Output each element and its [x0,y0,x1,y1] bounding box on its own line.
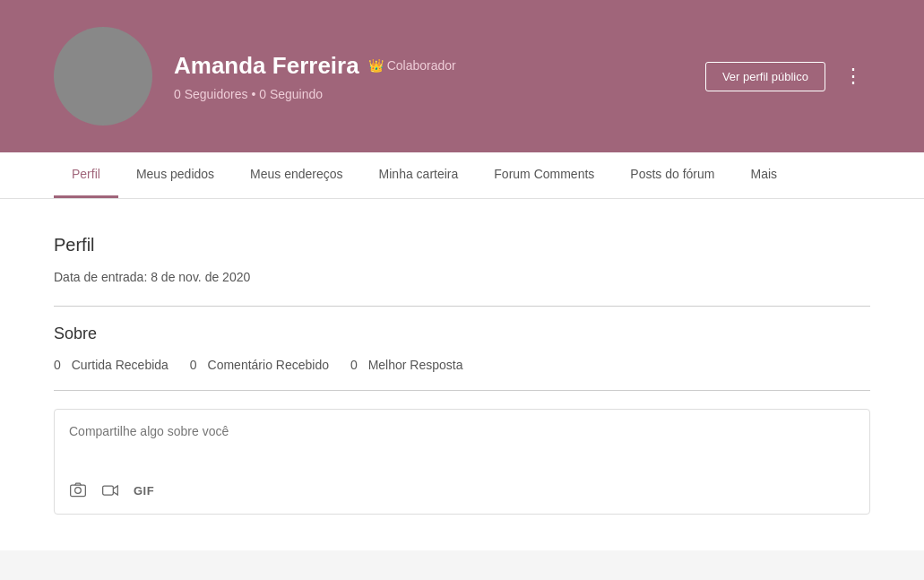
nav-item-enderecos[interactable]: Meus endereços [232,152,361,198]
profile-left: Amanda Ferreira 👑 Colaborador 0 Seguidor… [54,27,456,126]
followers-count: 0 Seguidores [174,87,248,101]
entry-date: Data de entrada: 8 de nov. de 2020 [54,270,870,284]
svg-rect-2 [103,486,114,495]
gif-button[interactable]: GIF [134,484,154,498]
stat-comentario: 0 Comentário Recebido [190,358,329,372]
svg-point-1 [75,488,82,494]
comentario-value: 0 [190,358,197,372]
profile-stats: 0 Seguidores • 0 Seguindo [174,87,456,101]
role-badge: 👑 Colaborador [368,58,456,73]
nav-item-carteira[interactable]: Minha carteira [361,152,477,198]
photo-icon[interactable] [69,481,87,499]
profile-banner: Amanda Ferreira 👑 Colaborador 0 Seguidor… [0,0,924,152]
profile-actions: Ver perfil público ⋮ [705,62,870,91]
melhor-resposta-value: 0 [350,358,358,372]
main-content: Perfil Data de entrada: 8 de nov. de 202… [0,199,924,550]
sobre-title: Sobre [54,325,870,343]
share-box: GIF [54,409,870,515]
curtida-label: Curtida Recebida [72,358,168,372]
share-input[interactable] [69,424,855,460]
sobre-section: Sobre 0 Curtida Recebida 0 Comentário Re… [54,325,870,515]
nav-item-pedidos[interactable]: Meus pedidos [118,152,232,198]
profile-name: Amanda Ferreira [174,52,359,80]
video-icon[interactable] [101,481,119,499]
nav-item-mais[interactable]: Mais [732,152,795,198]
comentario-label: Comentário Recebido [208,358,329,372]
stats-row: 0 Curtida Recebida 0 Comentário Recebido… [54,358,870,372]
nav-item-perfil[interactable]: Perfil [54,152,118,198]
melhor-resposta-label: Melhor Resposta [368,358,463,372]
stat-curtida: 0 Curtida Recebida [54,358,168,372]
crown-icon: 👑 [368,58,384,73]
profile-name-row: Amanda Ferreira 👑 Colaborador [174,52,456,80]
role-label: Colaborador [387,58,456,73]
stat-melhor-resposta: 0 Melhor Resposta [350,358,463,372]
profile-info: Amanda Ferreira 👑 Colaborador 0 Seguidor… [174,52,456,101]
more-options-button[interactable]: ⋮ [836,63,870,90]
curtida-value: 0 [54,358,61,372]
view-profile-button[interactable]: Ver perfil público [705,62,825,91]
divider-1 [54,306,870,307]
following-count: 0 Seguindo [259,87,323,101]
separator: • [251,87,255,101]
share-toolbar: GIF [69,474,855,499]
nav-item-forum-comments[interactable]: Forum Comments [476,152,612,198]
nav-item-posts-forum[interactable]: Posts do fórum [612,152,732,198]
divider-2 [54,390,870,391]
avatar [54,27,152,126]
profile-nav: Perfil Meus pedidos Meus endereços Minha… [0,152,924,199]
perfil-title: Perfil [54,235,870,255]
